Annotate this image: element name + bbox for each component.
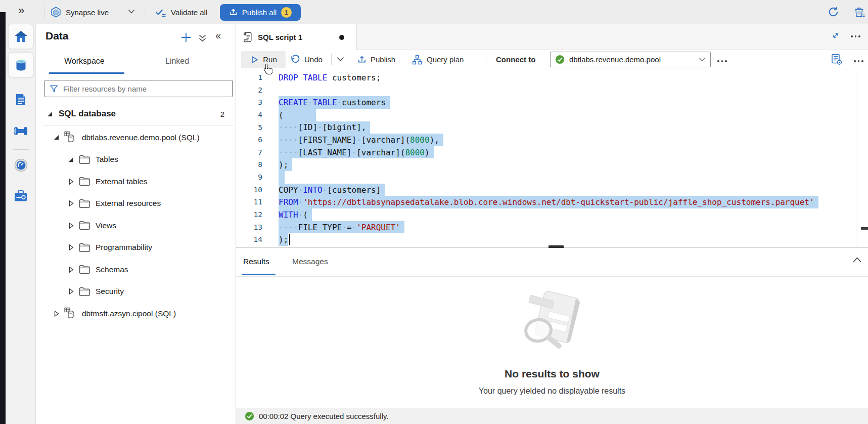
rail-divider [13, 149, 29, 150]
rail-item-monitor[interactable] [9, 153, 33, 177]
code-line-10[interactable]: 10COPY·INTO·[customers] [236, 184, 868, 196]
tree-item-label: Programmability [96, 243, 152, 252]
tree-collapsed-icon [68, 200, 74, 207]
connection-value: dbtlabs.revenue.demo.pool [569, 55, 661, 64]
editor-scrollbar-handle[interactable] [861, 227, 868, 230]
tree-root-label: SQL database [59, 109, 116, 119]
undo-button[interactable]: Undo [290, 51, 323, 68]
tree-item[interactable]: dbtlabs.revenue.demo.pool (SQL) [36, 126, 236, 149]
empty-results-subtitle: Your query yielded no displayable result… [236, 387, 868, 396]
tab-workspace[interactable]: Workspace [64, 57, 105, 66]
tree-item[interactable]: Views [36, 215, 236, 237]
code-line-14[interactable]: 14); [236, 233, 868, 246]
tree-item-label: External tables [96, 177, 148, 186]
publish-icon [357, 55, 367, 64]
tab-messages[interactable]: Messages [292, 257, 328, 266]
tree-expanded-icon[interactable] [69, 157, 73, 162]
line-number: 7 [236, 146, 262, 159]
results-header: Results Messages [236, 248, 868, 277]
publish-all-button[interactable]: Publish all 1 [220, 4, 301, 21]
query-plan-button[interactable]: Query plan [412, 51, 464, 68]
rail-item-integrate[interactable] [9, 119, 33, 143]
code-text: ); [279, 158, 292, 171]
tree-root-sql-database[interactable]: SQL database 2 [48, 105, 224, 122]
unsaved-changes-dot [339, 35, 344, 40]
code-line-12[interactable]: 12WITH·( [236, 208, 868, 221]
dropdown-chevron-icon [699, 57, 706, 62]
code-line-6[interactable]: 6····[FIRST_NAME]·[varchar](8000), [236, 134, 868, 146]
code-line-2[interactable]: 2 [236, 84, 868, 97]
tab-more-actions-icon[interactable] [851, 32, 860, 41]
undo-label: Undo [304, 55, 323, 64]
code-line-8[interactable]: 8); [236, 158, 868, 171]
toolbar-more-actions-icon[interactable] [717, 57, 727, 66]
code-text: FROM·'https://dbtlabsynapsedatalake.blob… [279, 196, 818, 208]
data-cylinder-icon [14, 58, 28, 72]
tab-results[interactable]: Results [243, 257, 269, 266]
code-line-4[interactable]: 4( [236, 109, 868, 121]
expand-sidebar-icon[interactable]: » [18, 4, 23, 17]
publish-label: Publish [371, 55, 395, 64]
run-label: Run [263, 55, 277, 64]
tree-item[interactable]: Schemas [36, 259, 236, 281]
tab-linked[interactable]: Linked [165, 57, 189, 66]
connection-dropdown[interactable]: dbtlabs.revenue.demo.pool [550, 52, 711, 67]
rail-item-data[interactable] [9, 53, 33, 77]
code-line-3[interactable]: 3CREATE·TABLE·customers [236, 96, 868, 109]
folder-icon [79, 199, 90, 208]
connect-to-label: Connect to [496, 51, 535, 68]
folder-icon [79, 243, 90, 252]
tree-expanded-icon[interactable] [54, 135, 59, 140]
tree-item-label: dbtmsft.azsyn.cipool (SQL) [82, 309, 176, 318]
query-plan-label: Query plan [427, 55, 464, 64]
toolbar-overflow-icon[interactable] [854, 57, 863, 66]
run-options-chevron-icon[interactable] [337, 57, 344, 62]
success-check-icon [245, 411, 254, 421]
line-number: 1 [236, 71, 262, 84]
add-resource-icon[interactable] [180, 32, 192, 43]
panel-title: Data [45, 30, 69, 42]
collapse-results-chevron-icon[interactable] [852, 256, 862, 263]
publish-all-label: Publish all [242, 8, 277, 17]
code-line-5[interactable]: 5····[ID]·[bigint], [236, 121, 868, 134]
environment-chevron-icon[interactable] [128, 9, 135, 14]
code-line-7[interactable]: 7····[LAST_NAME]·[varchar](8000) [236, 146, 868, 159]
code-line-9[interactable]: 9 [236, 171, 868, 184]
validate-all-button[interactable]: Validate all [155, 0, 207, 24]
tree-item[interactable]: dbtmsft.azsyn.cipool (SQL) [36, 303, 236, 325]
code-lines: 1DROP TABLE customers;23CREATE·TABLE·cus… [236, 71, 868, 246]
text-cursor [289, 234, 290, 245]
code-text: WITH·( [279, 208, 312, 221]
data-explorer-panel: Data « Workspace Linked SQL database 2 d… [36, 24, 236, 424]
sql-code-editor[interactable]: 1DROP TABLE customers;23CREATE·TABLE·cus… [236, 69, 868, 247]
refresh-icon[interactable] [828, 6, 839, 18]
tab-sql-script-1[interactable]: SQL script 1 [236, 24, 357, 50]
rail-item-home[interactable] [9, 24, 33, 49]
tree-item[interactable]: Tables [36, 149, 236, 171]
rail-item-develop[interactable] [9, 88, 33, 112]
status-message: 00:00:02 Query executed successfully. [259, 412, 389, 420]
tree-item[interactable]: Security [36, 281, 236, 303]
properties-icon[interactable] [831, 53, 843, 66]
tree-item[interactable]: External tables [36, 171, 236, 193]
status-bar: 00:00:02 Query executed successfully. [236, 408, 868, 424]
expand-editor-icon[interactable] [831, 30, 841, 40]
publish-button[interactable]: Publish [357, 51, 395, 68]
code-line-11[interactable]: 11FROM·'https://dbtlabsynapsedatalake.bl… [236, 196, 868, 208]
undo-arrow-icon [290, 54, 300, 65]
discard-trash-icon[interactable] [853, 6, 865, 18]
run-button[interactable]: Run [241, 51, 286, 68]
filter-input[interactable] [62, 84, 227, 94]
environment-selector[interactable]: Synapse live [51, 0, 109, 24]
validate-all-label: Validate all [171, 8, 207, 17]
collapse-panel-icon[interactable]: « [215, 30, 221, 41]
tree-item[interactable]: Programmability [36, 237, 236, 259]
code-line-13[interactable]: 13····FILE_TYPE·=·'PARQUET' [236, 221, 868, 234]
code-line-1[interactable]: 1DROP TABLE customers; [236, 71, 868, 84]
rail-item-manage[interactable] [9, 184, 33, 208]
no-results-illustration [514, 289, 590, 354]
expand-all-icon[interactable] [198, 34, 207, 42]
tree-item[interactable]: External resources [36, 193, 236, 215]
tree-collapsed-icon [68, 244, 74, 251]
line-number: 2 [236, 84, 262, 97]
